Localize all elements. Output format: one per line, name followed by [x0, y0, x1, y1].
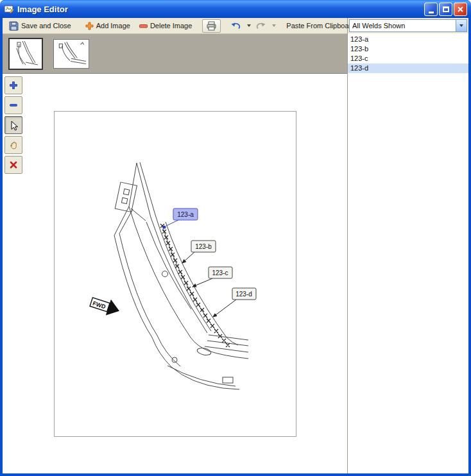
weld-list-item-123-d[interactable]: 123-d: [348, 64, 468, 73]
minimize-button[interactable]: [424, 3, 438, 16]
svg-text:123-c: 123-c: [212, 269, 228, 276]
svg-text:123-b: 123-b: [195, 243, 212, 250]
fwd-arrow: FWD: [89, 294, 122, 319]
weld-filter-dropdown-button[interactable]: [456, 20, 467, 31]
delete-image-label: Delete Image: [150, 22, 192, 30]
plus-icon: [85, 22, 94, 30]
undo-button[interactable]: [227, 20, 244, 32]
thumbnail-2[interactable]: [53, 39, 89, 69]
printer-icon: [206, 21, 217, 31]
close-button[interactable]: [454, 3, 467, 16]
add-image-label: Add Image: [96, 22, 130, 30]
plus-icon: [8, 80, 19, 90]
save-and-close-button[interactable]: Save and Close: [5, 19, 75, 33]
main-toolbar: Save and Close Add Image Delete Image: [3, 18, 347, 33]
window-title: Image Editor: [17, 4, 423, 14]
weld-label-123-a[interactable]: 123-a: [163, 208, 198, 229]
undo-icon: [231, 22, 241, 30]
window-content: Save and Close Add Image Delete Image: [3, 18, 468, 473]
weld-label-123-d[interactable]: 123-d: [213, 288, 256, 317]
zoom-in-button[interactable]: [4, 76, 22, 94]
save-and-close-label: Save and Close: [21, 22, 71, 30]
hand-icon: [8, 140, 19, 151]
red-x-icon: [8, 160, 19, 170]
thumbnail-strip: [3, 33, 347, 73]
thumbnail-1-preview: [10, 39, 42, 69]
chevron-down-icon: [459, 24, 463, 27]
select-tool-button[interactable]: [4, 116, 22, 134]
weld-label-123-b[interactable]: 123-b: [182, 241, 216, 263]
add-image-button[interactable]: Add Image: [81, 20, 134, 32]
weld-filter-value: All Welds Shown: [350, 22, 456, 30]
redo-button[interactable]: [252, 20, 270, 32]
cursor-icon: [8, 120, 19, 131]
minimize-icon: [429, 12, 434, 13]
svg-text:123-a: 123-a: [177, 211, 194, 218]
technical-drawing: FWD 123-a 123-b: [55, 112, 296, 436]
paste-from-clipboard-label: Paste From Clipboard: [286, 22, 355, 30]
delete-image-button[interactable]: Delete Image: [135, 20, 196, 31]
undo-dropdown-arrow[interactable]: [247, 24, 251, 27]
minus-icon: [8, 100, 19, 110]
thumbnail-2-preview: [54, 40, 89, 68]
svg-text:123-d: 123-d: [236, 291, 252, 298]
maximize-button[interactable]: [439, 3, 452, 16]
zoom-out-button[interactable]: [4, 96, 22, 114]
save-icon: [9, 21, 19, 31]
canvas-area[interactable]: FWD 123-a 123-b: [3, 73, 347, 473]
redo-dropdown-arrow[interactable]: [272, 24, 276, 27]
close-icon: [457, 6, 464, 13]
redo-icon: [256, 22, 266, 30]
weld-list-item-123-c[interactable]: 123-c: [348, 54, 468, 64]
maximize-icon: [443, 6, 449, 12]
weld-label-123-c[interactable]: 123-c: [193, 267, 232, 287]
weld-list-item-123-b[interactable]: 123-b: [348, 44, 468, 54]
minus-icon: [139, 23, 148, 29]
weld-list-item-123-a[interactable]: 123-a: [348, 35, 468, 44]
paste-from-clipboard-button[interactable]: Paste From Clipboard: [282, 20, 359, 31]
tool-column: [4, 76, 22, 174]
weld-point-123-a: [163, 226, 166, 229]
app-icon: [4, 4, 14, 14]
thumbnail-1[interactable]: [8, 38, 43, 70]
weld-filter-dropdown[interactable]: All Welds Shown: [349, 19, 467, 32]
pan-tool-button[interactable]: [4, 136, 22, 154]
titlebar[interactable]: Image Editor: [0, 0, 471, 18]
weld-list-panel: 123-a 123-b 123-c 123-d: [348, 33, 468, 473]
delete-tool-button[interactable]: [4, 156, 22, 174]
image-page[interactable]: FWD 123-a 123-b: [54, 111, 296, 437]
print-button[interactable]: [202, 19, 221, 33]
image-editor-window: Image Editor Save and Close: [0, 0, 471, 476]
